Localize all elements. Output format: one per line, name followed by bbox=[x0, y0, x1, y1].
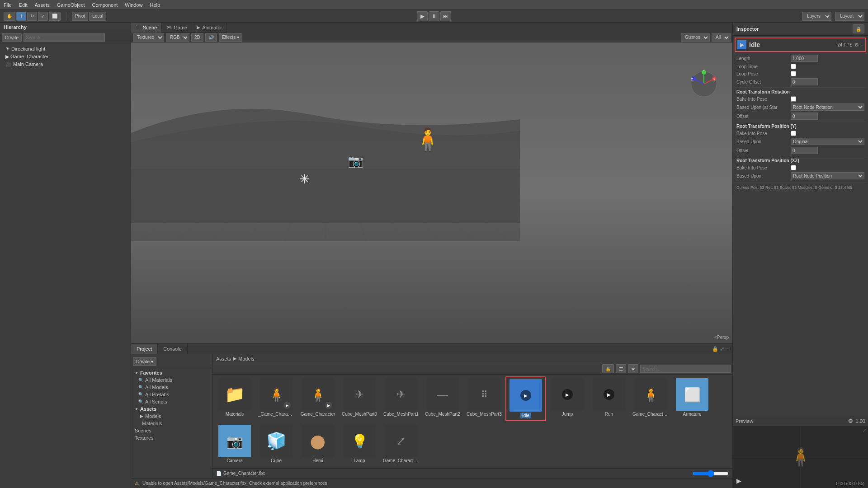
asset-lamp[interactable]: 💡 Lamp bbox=[339, 423, 380, 465]
menu-help[interactable]: Help bbox=[150, 2, 160, 8]
all-prefabs-item[interactable]: 🔍 All Prefabs bbox=[131, 391, 212, 398]
pause-btn[interactable]: ⏸ bbox=[429, 11, 439, 21]
materials-sub-item[interactable]: Materials bbox=[131, 420, 212, 427]
asset-cube[interactable]: 🧊 Cube bbox=[256, 423, 297, 465]
rgb-dropdown[interactable]: RGB bbox=[166, 33, 189, 42]
game-tab[interactable]: 🎮 Game bbox=[162, 23, 192, 33]
preview-play-btn[interactable]: ▶ bbox=[736, 477, 741, 484]
models-folder-item[interactable]: ▶ Models bbox=[131, 413, 212, 420]
hierarchy-search-input[interactable] bbox=[24, 33, 105, 42]
bake-pose-xz-checkbox[interactable] bbox=[791, 165, 796, 170]
asset-cube-mesh0[interactable]: ✈ Cube_MeshPart0 bbox=[339, 376, 380, 421]
asset-search-input[interactable] bbox=[640, 365, 731, 373]
hierarchy-toolbar: Create bbox=[0, 32, 131, 43]
asset-game-char-3[interactable]: 🧍 Game_Characte... bbox=[630, 376, 671, 421]
asset-jump-animation[interactable]: ▶ Jump bbox=[547, 376, 588, 421]
preview-settings-icon[interactable]: ⚙ bbox=[848, 418, 853, 424]
inspector-lock-btn[interactable]: 🔒 bbox=[853, 24, 864, 33]
rect-tool-btn[interactable]: ⬜ bbox=[49, 12, 61, 21]
more-icon[interactable]: ≡ bbox=[726, 346, 729, 352]
all-materials-item[interactable]: 🔍 All Materials bbox=[131, 376, 212, 384]
character-thumb: 🧍 ▶ bbox=[260, 378, 292, 411]
asset-game-char-fbx[interactable]: ⤢ Game_Character... bbox=[381, 423, 421, 465]
play-btn[interactable]: ▶ bbox=[417, 11, 428, 21]
based-upon-y-dropdown[interactable]: Original bbox=[791, 138, 864, 145]
layers-dropdown[interactable]: Layers bbox=[802, 12, 831, 21]
layout-dropdown[interactable]: Layout bbox=[835, 12, 864, 21]
asset-size-slider[interactable] bbox=[693, 471, 729, 476]
move-tool-btn[interactable]: ✛ bbox=[16, 12, 26, 21]
menu-edit[interactable]: Edit bbox=[19, 2, 28, 8]
anim-menu-btn[interactable]: ≡ bbox=[861, 42, 863, 47]
length-input[interactable]: 1.000 bbox=[791, 55, 818, 62]
rotate-tool-btn[interactable]: ↻ bbox=[27, 12, 37, 21]
asset-game-character-2[interactable]: 🧍 ▶ Game_Character bbox=[297, 376, 338, 421]
asset-run-animation[interactable]: ▶ Run bbox=[589, 376, 629, 421]
asset-cube-mesh2[interactable]: — Cube_MeshPart2 bbox=[422, 376, 463, 421]
path-assets[interactable]: Assets bbox=[216, 356, 231, 361]
asset-idle-animation[interactable]: ▶ Idle bbox=[505, 376, 546, 421]
hierarchy-header: Hierarchy bbox=[0, 23, 131, 32]
asset-idle-label: Idle bbox=[520, 413, 531, 418]
scenes-item[interactable]: Scenes bbox=[131, 427, 212, 434]
animator-tab[interactable]: ▶ Animator bbox=[192, 23, 227, 33]
all-models-item[interactable]: 🔍 All Models bbox=[131, 384, 212, 391]
menu-window[interactable]: Window bbox=[125, 2, 142, 8]
bake-pose-rot-checkbox[interactable] bbox=[791, 96, 796, 102]
cycle-offset-input[interactable] bbox=[791, 78, 818, 85]
asset-materials-folder[interactable]: 📁 Materials bbox=[214, 376, 255, 421]
game-tab-label: Game bbox=[174, 25, 187, 30]
console-tab[interactable]: Console bbox=[158, 344, 187, 354]
audio-btn[interactable]: 🔊 bbox=[205, 33, 217, 42]
selected-file-bar: 📄 Game_Character.fbx bbox=[212, 468, 732, 478]
project-create-btn[interactable]: Create ▾ bbox=[133, 357, 156, 366]
asset-armature[interactable]: ⬜ Armature bbox=[672, 376, 712, 421]
textured-dropdown[interactable]: Textured bbox=[133, 33, 164, 42]
scale-tool-btn[interactable]: ⤢ bbox=[38, 12, 48, 21]
pivot-btn[interactable]: Pivot bbox=[72, 12, 88, 21]
menu-file[interactable]: File bbox=[4, 2, 12, 8]
project-tab[interactable]: Project bbox=[131, 344, 158, 354]
loop-pose-checkbox[interactable] bbox=[791, 71, 796, 76]
expand-icon[interactable]: ⤢ bbox=[720, 346, 724, 352]
local-btn[interactable]: Local bbox=[89, 12, 106, 21]
based-upon-start-dropdown[interactable]: Root Node Rotation bbox=[791, 103, 864, 111]
anim-options-btn[interactable]: ⚙ bbox=[854, 42, 859, 48]
2d-btn[interactable]: 2D bbox=[191, 33, 203, 42]
based-upon-xz-dropdown[interactable]: Root Node Position bbox=[791, 172, 864, 179]
lock-icon[interactable]: 🔒 bbox=[712, 346, 718, 352]
menu-gameobject[interactable]: GameObject bbox=[57, 2, 85, 8]
asset-game-character-1[interactable]: 🧍 ▶ _Game_Character bbox=[256, 376, 297, 421]
asset-hemi[interactable]: ⬤ Hemi bbox=[297, 423, 338, 465]
preview-expand-btn[interactable]: ⤢ bbox=[863, 428, 866, 433]
inspector-title: Inspector bbox=[736, 26, 759, 32]
hierarchy-item-directional-light[interactable]: ☀ Directional light bbox=[0, 45, 131, 53]
step-btn[interactable]: ⏭ bbox=[440, 11, 451, 21]
asset-star-btn[interactable]: ★ bbox=[628, 364, 638, 373]
menu-assets[interactable]: Assets bbox=[35, 2, 50, 8]
path-models[interactable]: Models bbox=[238, 356, 254, 361]
menu-component[interactable]: Component bbox=[92, 2, 118, 8]
asset-cube-mesh3[interactable]: ⠿ Cube_MeshPart3 bbox=[464, 376, 505, 421]
offset-y-input[interactable] bbox=[791, 147, 818, 154]
asset-camera[interactable]: 📷 Camera bbox=[214, 423, 255, 465]
offset-rot-input[interactable] bbox=[791, 113, 818, 120]
bake-pose-y-checkbox[interactable] bbox=[791, 131, 796, 136]
sep1 bbox=[66, 12, 66, 21]
gizmos-dropdown[interactable]: Gizmos bbox=[681, 33, 710, 42]
hand-tool-btn[interactable]: ✋ bbox=[4, 12, 15, 21]
scene-tab[interactable]: ⬛ Scene bbox=[131, 23, 162, 33]
run-play-overlay: ▶ bbox=[604, 389, 614, 400]
hierarchy-item-game-character[interactable]: ▶ Game_Character bbox=[0, 53, 131, 61]
asset-list-btn[interactable]: ☰ bbox=[616, 364, 626, 373]
asset-cube-mesh1[interactable]: ✈ Cube_MeshPart1 bbox=[381, 376, 421, 421]
asset-lock-btn[interactable]: 🔒 bbox=[602, 364, 614, 373]
hierarchy-create-btn[interactable]: Create bbox=[2, 33, 22, 42]
run-thumb: ▶ bbox=[593, 378, 625, 411]
hierarchy-item-main-camera[interactable]: 🎥 Main Camera bbox=[0, 61, 131, 68]
textures-item[interactable]: Textures bbox=[131, 434, 212, 441]
effects-btn[interactable]: Effects ▾ bbox=[219, 33, 242, 42]
loop-time-checkbox[interactable] bbox=[791, 64, 796, 69]
all-scripts-item[interactable]: 🔍 All Scripts bbox=[131, 398, 212, 405]
all-dropdown[interactable]: All bbox=[712, 33, 731, 42]
